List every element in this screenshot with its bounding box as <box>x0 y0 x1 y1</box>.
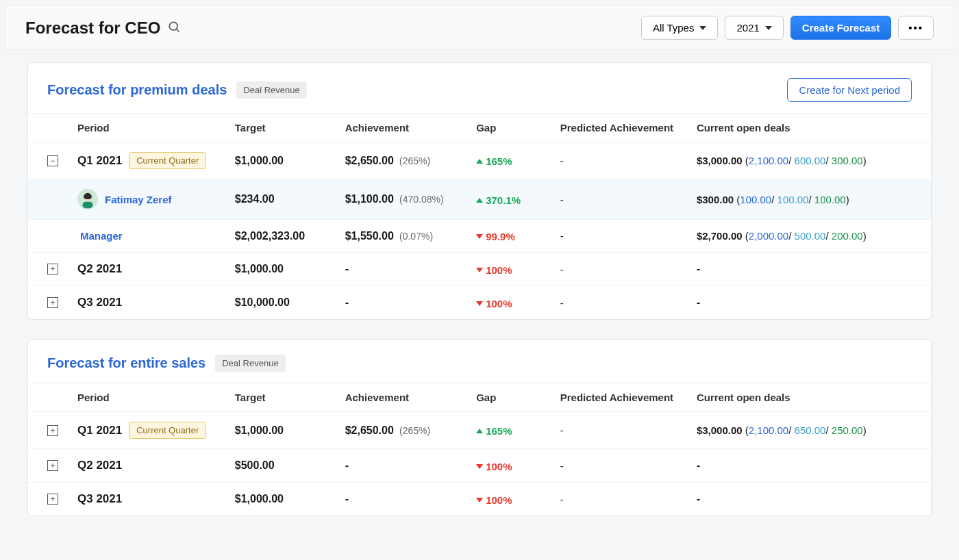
col-period: Period <box>77 122 235 133</box>
predicted-cell: - <box>560 460 697 472</box>
type-filter-dropdown[interactable]: All Types <box>641 16 719 40</box>
predicted-cell: - <box>560 424 697 436</box>
period-label: Q3 2021 <box>77 492 122 506</box>
more-actions-button[interactable]: ••• <box>898 16 934 40</box>
achievement-cell: $1,550.00 (0.07%) <box>345 230 477 242</box>
gap-value: 100% <box>486 298 512 309</box>
user-link[interactable]: Fatimay Zeref <box>105 194 172 205</box>
predicted-cell: - <box>560 194 697 205</box>
achievement-pct: (265%) <box>399 155 430 166</box>
achievement-cell: $1,100.00 (470.08%) <box>345 193 477 205</box>
collapse-icon[interactable]: − <box>47 155 58 166</box>
achievement-pct: (265%) <box>399 425 430 436</box>
deals-seg3: 100.00 <box>814 194 846 205</box>
gap-cell: 99.9% <box>476 229 560 242</box>
panel-title-wrap: Forecast for premium deals Deal Revenue <box>47 81 307 99</box>
period-label: Q1 2021 <box>77 154 122 168</box>
gap-value: 100% <box>486 494 512 506</box>
period-cell: Q1 2021 Current Quarter <box>77 152 235 169</box>
col-achievement: Achievement <box>345 122 477 133</box>
table-row: + Q2 2021 $500.00 - 100% - - <box>28 449 931 483</box>
page-header: Forecast for CEO All Types 2021 Create F… <box>5 5 954 50</box>
gap-cell: 165% <box>476 154 560 167</box>
target-cell: $234.00 <box>235 193 345 205</box>
gap-value: 165% <box>486 155 512 167</box>
target-cell: $2,002,323.00 <box>235 230 345 242</box>
achievement-value: $1,100.00 <box>345 193 394 205</box>
create-forecast-label: Create Forecast <box>802 22 880 34</box>
table-row: + Q1 2021 Current Quarter $1,000.00 $2,6… <box>28 412 931 449</box>
col-target: Target <box>235 392 345 403</box>
table-sub-row: Manager $2,002,323.00 $1,550.00 (0.07%) … <box>28 220 931 253</box>
predicted-cell: - <box>560 494 697 505</box>
gap-cell: 370.1% <box>476 193 560 206</box>
expand-icon[interactable]: + <box>47 264 58 275</box>
achievement-value: $2,650.00 <box>345 155 394 166</box>
manager-link[interactable]: Manager <box>80 230 123 242</box>
create-forecast-button[interactable]: Create Forecast <box>790 16 891 40</box>
expand-icon[interactable]: + <box>47 460 58 471</box>
gap-value: 370.1% <box>486 194 521 206</box>
expand-icon[interactable]: + <box>47 425 58 436</box>
deals-total: $3,000.00 <box>697 424 743 436</box>
table-sub-row: Fatimay Zeref $234.00 $1,100.00 (470.08%… <box>28 179 931 220</box>
achievement-pct: (0.07%) <box>399 231 433 242</box>
deals-total: $300.00 <box>697 194 734 205</box>
panel-title[interactable]: Forecast for premium deals <box>47 82 227 98</box>
achievement-cell: - <box>345 459 477 472</box>
deals-seg3: 250.00 <box>832 424 863 436</box>
header-actions: All Types 2021 Create Forecast ••• <box>641 16 934 40</box>
col-open-deals: Current open deals <box>697 122 912 133</box>
year-filter-dropdown[interactable]: 2021 <box>725 16 783 40</box>
gap-value: 100% <box>486 264 512 276</box>
table-header-row: Period Target Achievement Gap Predicted … <box>28 383 931 412</box>
deals-seg2: 500.00 <box>795 230 826 242</box>
col-period: Period <box>77 392 235 403</box>
create-next-period-button[interactable]: Create for Next period <box>787 78 912 102</box>
forecast-panel-premium: Forecast for premium deals Deal Revenue … <box>27 62 932 320</box>
content-area: Forecast for premium deals Deal Revenue … <box>0 55 959 560</box>
predicted-cell: - <box>560 297 697 309</box>
gap-value: 165% <box>486 425 512 437</box>
target-cell: $1,000.00 <box>235 263 345 275</box>
achievement-cell: - <box>345 296 477 309</box>
arrow-down-icon <box>476 234 483 239</box>
deals-seg2: 600.00 <box>795 155 826 166</box>
svg-point-0 <box>170 22 178 30</box>
open-deals-cell: - <box>697 263 912 275</box>
deals-seg3: 200.00 <box>832 230 863 242</box>
table-row: + Q2 2021 $1,000.00 - 100% - - <box>28 253 931 286</box>
open-deals-cell: - <box>697 459 912 472</box>
panel-header: Forecast for premium deals Deal Revenue … <box>28 63 931 113</box>
deals-seg2: 100.00 <box>777 194 809 205</box>
forecast-panel-entire-sales: Forecast for entire sales Deal Revenue P… <box>27 339 932 516</box>
col-open-deals: Current open deals <box>697 392 912 403</box>
achievement-cell: - <box>345 493 477 505</box>
expand-icon[interactable]: + <box>47 494 58 505</box>
expand-icon[interactable]: + <box>47 297 58 308</box>
period-label: Q1 2021 <box>77 424 122 437</box>
open-deals-cell: - <box>697 493 912 505</box>
arrow-up-icon <box>476 429 483 433</box>
deals-total: $3,000.00 <box>697 155 743 166</box>
search-icon[interactable] <box>167 18 181 38</box>
achievement-value: $1,550.00 <box>345 230 394 242</box>
open-deals-cell: $300.00 (100.00/ 100.00/ 100.00) <box>697 194 912 205</box>
period-label: Q3 2021 <box>77 296 122 309</box>
target-cell: $500.00 <box>235 459 345 472</box>
avatar <box>77 189 98 209</box>
open-deals-cell: $3,000.00 (2,100.00/ 600.00/ 300.00) <box>697 155 912 166</box>
chevron-down-icon <box>765 26 772 30</box>
col-predicted: Predicted Achievement <box>560 122 697 133</box>
panel-title[interactable]: Forecast for entire sales <box>47 355 206 371</box>
arrow-down-icon <box>476 301 483 306</box>
predicted-cell: - <box>560 155 697 166</box>
achievement-cell: $2,650.00 (265%) <box>345 155 477 167</box>
arrow-down-icon <box>476 498 483 502</box>
col-target: Target <box>235 122 345 133</box>
period-label: Q2 2021 <box>77 459 122 472</box>
current-quarter-badge: Current Quarter <box>129 152 206 169</box>
table-row: + Q3 2021 $10,000.00 - 100% - - <box>28 286 931 319</box>
page-title: Forecast for CEO <box>25 18 181 38</box>
col-gap: Gap <box>476 122 560 133</box>
